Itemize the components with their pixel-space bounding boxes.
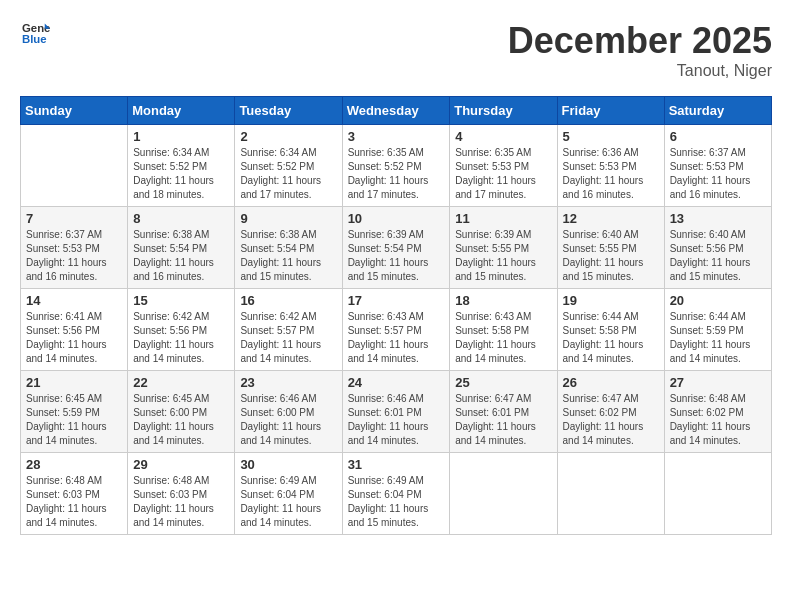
day-number: 30 xyxy=(240,457,336,472)
calendar-table: SundayMondayTuesdayWednesdayThursdayFrid… xyxy=(20,96,772,535)
month-year: December 2025 xyxy=(508,20,772,62)
calendar-cell: 8Sunrise: 6:38 AMSunset: 5:54 PMDaylight… xyxy=(128,207,235,289)
day-info: Sunrise: 6:48 AMSunset: 6:02 PMDaylight:… xyxy=(670,392,766,448)
day-info: Sunrise: 6:47 AMSunset: 6:02 PMDaylight:… xyxy=(563,392,659,448)
day-info: Sunrise: 6:34 AMSunset: 5:52 PMDaylight:… xyxy=(240,146,336,202)
day-number: 31 xyxy=(348,457,445,472)
day-number: 20 xyxy=(670,293,766,308)
day-number: 14 xyxy=(26,293,122,308)
day-info: Sunrise: 6:35 AMSunset: 5:52 PMDaylight:… xyxy=(348,146,445,202)
day-info: Sunrise: 6:44 AMSunset: 5:59 PMDaylight:… xyxy=(670,310,766,366)
day-number: 4 xyxy=(455,129,551,144)
day-header-thursday: Thursday xyxy=(450,97,557,125)
day-info: Sunrise: 6:39 AMSunset: 5:55 PMDaylight:… xyxy=(455,228,551,284)
day-info: Sunrise: 6:46 AMSunset: 6:01 PMDaylight:… xyxy=(348,392,445,448)
day-info: Sunrise: 6:40 AMSunset: 5:56 PMDaylight:… xyxy=(670,228,766,284)
calendar-cell: 4Sunrise: 6:35 AMSunset: 5:53 PMDaylight… xyxy=(450,125,557,207)
day-info: Sunrise: 6:37 AMSunset: 5:53 PMDaylight:… xyxy=(670,146,766,202)
day-info: Sunrise: 6:48 AMSunset: 6:03 PMDaylight:… xyxy=(133,474,229,530)
day-number: 17 xyxy=(348,293,445,308)
calendar-cell: 24Sunrise: 6:46 AMSunset: 6:01 PMDayligh… xyxy=(342,371,450,453)
day-info: Sunrise: 6:44 AMSunset: 5:58 PMDaylight:… xyxy=(563,310,659,366)
calendar-cell: 23Sunrise: 6:46 AMSunset: 6:00 PMDayligh… xyxy=(235,371,342,453)
page-header: General Blue December 2025 Tanout, Niger xyxy=(20,20,772,80)
day-number: 5 xyxy=(563,129,659,144)
day-number: 15 xyxy=(133,293,229,308)
day-number: 13 xyxy=(670,211,766,226)
day-number: 1 xyxy=(133,129,229,144)
day-info: Sunrise: 6:42 AMSunset: 5:56 PMDaylight:… xyxy=(133,310,229,366)
day-info: Sunrise: 6:43 AMSunset: 5:57 PMDaylight:… xyxy=(348,310,445,366)
calendar-cell xyxy=(21,125,128,207)
location: Tanout, Niger xyxy=(508,62,772,80)
day-info: Sunrise: 6:45 AMSunset: 5:59 PMDaylight:… xyxy=(26,392,122,448)
day-number: 19 xyxy=(563,293,659,308)
day-info: Sunrise: 6:37 AMSunset: 5:53 PMDaylight:… xyxy=(26,228,122,284)
calendar-cell: 19Sunrise: 6:44 AMSunset: 5:58 PMDayligh… xyxy=(557,289,664,371)
day-number: 27 xyxy=(670,375,766,390)
logo: General Blue xyxy=(20,20,50,48)
calendar-cell: 1Sunrise: 6:34 AMSunset: 5:52 PMDaylight… xyxy=(128,125,235,207)
day-header-monday: Monday xyxy=(128,97,235,125)
day-info: Sunrise: 6:46 AMSunset: 6:00 PMDaylight:… xyxy=(240,392,336,448)
day-info: Sunrise: 6:45 AMSunset: 6:00 PMDaylight:… xyxy=(133,392,229,448)
calendar-cell: 21Sunrise: 6:45 AMSunset: 5:59 PMDayligh… xyxy=(21,371,128,453)
day-info: Sunrise: 6:38 AMSunset: 5:54 PMDaylight:… xyxy=(133,228,229,284)
day-header-tuesday: Tuesday xyxy=(235,97,342,125)
day-info: Sunrise: 6:41 AMSunset: 5:56 PMDaylight:… xyxy=(26,310,122,366)
day-info: Sunrise: 6:43 AMSunset: 5:58 PMDaylight:… xyxy=(455,310,551,366)
day-info: Sunrise: 6:34 AMSunset: 5:52 PMDaylight:… xyxy=(133,146,229,202)
day-info: Sunrise: 6:47 AMSunset: 6:01 PMDaylight:… xyxy=(455,392,551,448)
calendar-cell: 15Sunrise: 6:42 AMSunset: 5:56 PMDayligh… xyxy=(128,289,235,371)
calendar-cell: 30Sunrise: 6:49 AMSunset: 6:04 PMDayligh… xyxy=(235,453,342,535)
week-row-3: 14Sunrise: 6:41 AMSunset: 5:56 PMDayligh… xyxy=(21,289,772,371)
week-row-2: 7Sunrise: 6:37 AMSunset: 5:53 PMDaylight… xyxy=(21,207,772,289)
day-number: 3 xyxy=(348,129,445,144)
day-number: 16 xyxy=(240,293,336,308)
svg-text:Blue: Blue xyxy=(22,33,47,45)
day-number: 10 xyxy=(348,211,445,226)
day-number: 23 xyxy=(240,375,336,390)
calendar-cell: 25Sunrise: 6:47 AMSunset: 6:01 PMDayligh… xyxy=(450,371,557,453)
calendar-cell xyxy=(557,453,664,535)
calendar-cell: 12Sunrise: 6:40 AMSunset: 5:55 PMDayligh… xyxy=(557,207,664,289)
day-info: Sunrise: 6:39 AMSunset: 5:54 PMDaylight:… xyxy=(348,228,445,284)
day-number: 18 xyxy=(455,293,551,308)
week-row-4: 21Sunrise: 6:45 AMSunset: 5:59 PMDayligh… xyxy=(21,371,772,453)
calendar-cell: 3Sunrise: 6:35 AMSunset: 5:52 PMDaylight… xyxy=(342,125,450,207)
week-row-5: 28Sunrise: 6:48 AMSunset: 6:03 PMDayligh… xyxy=(21,453,772,535)
day-number: 25 xyxy=(455,375,551,390)
day-info: Sunrise: 6:36 AMSunset: 5:53 PMDaylight:… xyxy=(563,146,659,202)
calendar-cell: 5Sunrise: 6:36 AMSunset: 5:53 PMDaylight… xyxy=(557,125,664,207)
day-info: Sunrise: 6:49 AMSunset: 6:04 PMDaylight:… xyxy=(240,474,336,530)
day-number: 12 xyxy=(563,211,659,226)
calendar-cell: 31Sunrise: 6:49 AMSunset: 6:04 PMDayligh… xyxy=(342,453,450,535)
calendar-cell: 6Sunrise: 6:37 AMSunset: 5:53 PMDaylight… xyxy=(664,125,771,207)
day-header-friday: Friday xyxy=(557,97,664,125)
calendar-cell: 10Sunrise: 6:39 AMSunset: 5:54 PMDayligh… xyxy=(342,207,450,289)
calendar-cell: 18Sunrise: 6:43 AMSunset: 5:58 PMDayligh… xyxy=(450,289,557,371)
day-number: 24 xyxy=(348,375,445,390)
calendar-cell: 14Sunrise: 6:41 AMSunset: 5:56 PMDayligh… xyxy=(21,289,128,371)
calendar-cell xyxy=(664,453,771,535)
day-number: 9 xyxy=(240,211,336,226)
day-number: 7 xyxy=(26,211,122,226)
day-number: 21 xyxy=(26,375,122,390)
calendar-cell: 7Sunrise: 6:37 AMSunset: 5:53 PMDaylight… xyxy=(21,207,128,289)
day-info: Sunrise: 6:42 AMSunset: 5:57 PMDaylight:… xyxy=(240,310,336,366)
calendar-cell: 26Sunrise: 6:47 AMSunset: 6:02 PMDayligh… xyxy=(557,371,664,453)
day-info: Sunrise: 6:35 AMSunset: 5:53 PMDaylight:… xyxy=(455,146,551,202)
day-number: 22 xyxy=(133,375,229,390)
day-number: 26 xyxy=(563,375,659,390)
calendar-cell: 13Sunrise: 6:40 AMSunset: 5:56 PMDayligh… xyxy=(664,207,771,289)
day-number: 2 xyxy=(240,129,336,144)
calendar-cell: 27Sunrise: 6:48 AMSunset: 6:02 PMDayligh… xyxy=(664,371,771,453)
day-info: Sunrise: 6:38 AMSunset: 5:54 PMDaylight:… xyxy=(240,228,336,284)
week-row-1: 1Sunrise: 6:34 AMSunset: 5:52 PMDaylight… xyxy=(21,125,772,207)
calendar-cell: 29Sunrise: 6:48 AMSunset: 6:03 PMDayligh… xyxy=(128,453,235,535)
day-info: Sunrise: 6:48 AMSunset: 6:03 PMDaylight:… xyxy=(26,474,122,530)
calendar-cell: 28Sunrise: 6:48 AMSunset: 6:03 PMDayligh… xyxy=(21,453,128,535)
calendar-cell: 2Sunrise: 6:34 AMSunset: 5:52 PMDaylight… xyxy=(235,125,342,207)
day-header-saturday: Saturday xyxy=(664,97,771,125)
calendar-cell xyxy=(450,453,557,535)
